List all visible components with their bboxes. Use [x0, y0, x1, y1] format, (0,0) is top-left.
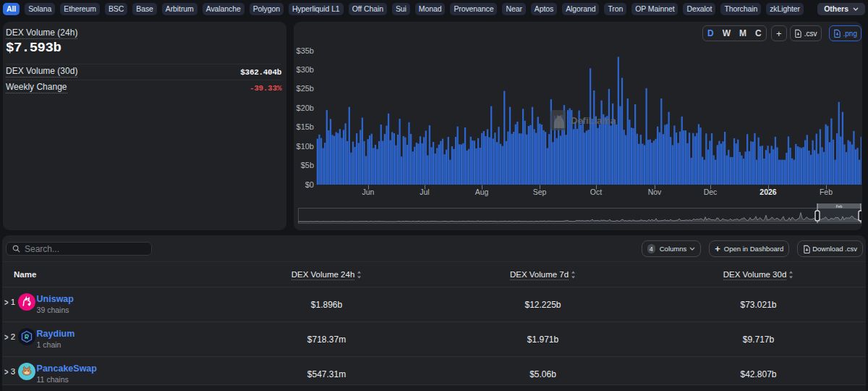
svg-text:Nov: Nov — [648, 188, 662, 196]
svg-text:DefiLlama: DefiLlama — [571, 115, 616, 126]
svg-text:Dec: Dec — [704, 188, 718, 196]
svg-text:2026: 2026 — [760, 188, 777, 196]
svg-text:$20b: $20b — [297, 104, 314, 112]
svg-text:$25b: $25b — [297, 84, 314, 93]
svg-text:$35b: $35b — [297, 46, 314, 55]
svg-text:Feb: Feb — [836, 204, 843, 209]
svg-text:Jun: Jun — [362, 188, 375, 196]
svg-text:$15b: $15b — [297, 122, 314, 131]
svg-text:Jul: Jul — [420, 188, 429, 196]
svg-text:$5b: $5b — [301, 161, 314, 169]
svg-text:Feb: Feb — [820, 188, 833, 196]
svg-text:$0: $0 — [305, 180, 314, 189]
svg-text:$10b: $10b — [297, 142, 314, 151]
svg-text:Oct: Oct — [590, 188, 602, 196]
svg-text:Sep: Sep — [533, 188, 547, 196]
svg-text:$30b: $30b — [297, 65, 314, 74]
svg-text:Aug: Aug — [475, 188, 489, 196]
